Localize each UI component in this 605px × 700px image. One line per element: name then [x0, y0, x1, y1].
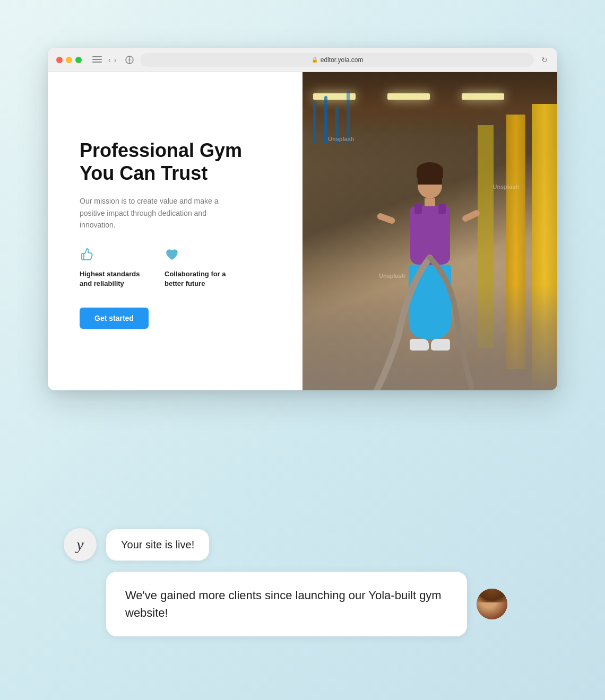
thumbs-up-icon	[80, 247, 149, 265]
ceiling-straps	[302, 99, 557, 125]
heart-icon	[165, 247, 234, 265]
watermark-3: Unsplash	[379, 273, 405, 279]
feature-item-2: Collaborating for a better future	[165, 247, 234, 288]
browser-window: ‹ › 🔒 editor.yola.com ↻ Professional Gym	[48, 48, 557, 390]
features-row: Highest standards and reliability Collab…	[80, 247, 276, 288]
notification-bubble: Your site is live!	[106, 529, 209, 561]
strap-2	[324, 96, 327, 144]
gym-image: Unsplash Unsplash Unsplash	[302, 72, 557, 390]
close-button[interactable]	[56, 57, 63, 63]
address-bar[interactable]: 🔒 editor.yola.com	[141, 53, 534, 67]
chat-row-2: We've gained more clients since launchin…	[64, 572, 541, 636]
shoe-right	[431, 339, 450, 351]
arm-left	[376, 212, 396, 224]
notification-text: Your site is live!	[121, 539, 194, 550]
strap-right	[438, 204, 446, 214]
reload-button[interactable]: ↻	[540, 56, 549, 64]
forward-button[interactable]: ›	[114, 56, 117, 64]
athlete-hair	[417, 162, 443, 178]
website-content: Professional Gym You Can Trust Our missi…	[48, 72, 557, 390]
sidebar-toggle-icon[interactable]	[92, 56, 102, 64]
feature-2-label: Collaborating for a better future	[165, 269, 234, 288]
browser-chrome: ‹ › 🔒 editor.yola.com ↻	[48, 48, 557, 72]
get-started-button[interactable]: Get started	[80, 308, 149, 329]
athlete-torso	[410, 206, 450, 265]
athlete-neck	[425, 198, 435, 206]
feature-1-label: Highest standards and reliability	[80, 269, 149, 288]
user-avatar	[477, 589, 507, 619]
outer-wrapper: ‹ › 🔒 editor.yola.com ↻ Professional Gym	[37, 32, 568, 668]
maximize-button[interactable]	[75, 57, 82, 63]
shoe-left	[410, 339, 429, 351]
theme-icon	[125, 55, 134, 65]
minimize-button[interactable]	[66, 57, 72, 63]
feature-item-1: Highest standards and reliability	[80, 247, 149, 288]
strap-left	[414, 204, 422, 214]
traffic-lights	[56, 57, 82, 63]
back-button[interactable]: ‹	[108, 56, 111, 64]
yola-initial: y	[76, 536, 83, 554]
url-text: editor.yola.com	[321, 56, 364, 64]
chat-row-1: y Your site is live!	[64, 528, 541, 561]
hero-title: Professional Gym You Can Trust	[80, 139, 276, 185]
athlete-pants	[409, 265, 451, 339]
chat-section: y Your site is live! We've gained more c…	[64, 528, 541, 636]
hero-subtitle: Our mission is to create value and make …	[80, 195, 228, 231]
lock-icon: 🔒	[312, 57, 318, 63]
testimonial-text: We've gained more clients since launchin…	[125, 589, 442, 619]
yola-avatar: y	[64, 528, 97, 561]
right-panel: Unsplash Unsplash Unsplash	[302, 72, 557, 390]
left-panel: Professional Gym You Can Trust Our missi…	[48, 72, 302, 390]
athlete-shoes	[409, 339, 451, 351]
watermark-2: Unsplash	[492, 183, 519, 190]
testimonial-bubble: We've gained more clients since launchin…	[106, 572, 467, 636]
strap-1	[313, 101, 316, 144]
athlete-figure	[387, 162, 472, 364]
watermark-1: Unsplash	[328, 136, 355, 142]
nav-arrows: ‹ ›	[108, 56, 116, 64]
